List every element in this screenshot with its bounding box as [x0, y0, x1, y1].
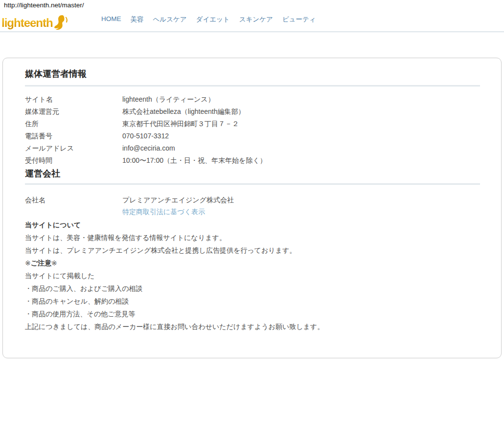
notice-closing: 上記につきましては、商品のメーカー様に直接お問い合わせいただけますようお願い致し… [25, 320, 324, 333]
row-label: 会社名 [25, 194, 122, 206]
operator-info-table: サイト名lighteenth（ライティーンス） 媒体運営元株式会社atebell… [25, 93, 267, 167]
table-row: 電話番号070-5107-3312 [25, 130, 267, 142]
table-row: メールアドレスinfo@ceciria.com [25, 142, 267, 154]
row-label: 受付時間 [25, 154, 122, 167]
section-rule [25, 183, 480, 185]
row-value: 東京都千代田区神田錦町３丁目７－２ [122, 120, 239, 128]
row-label: 住所 [25, 118, 122, 130]
table-row: 受付時間10:00〜17:00（土・日・祝、年末年始を除く） [25, 154, 267, 167]
notice-bullet: ・商品の使用方法、その他ご意見等 [25, 307, 324, 320]
site-logo[interactable]: lighteenth [1, 14, 68, 32]
row-label: 媒体運営元 [25, 106, 122, 118]
site-logo-text: lighteenth [1, 16, 53, 30]
row-value: lighteenth（ライティーンス） [122, 95, 215, 103]
about-line: 当サイトは、プレミアアンチエイジング株式会社と提携し広告提供を行っております。 [25, 244, 324, 257]
table-row: サイト名lighteenth（ライティーンス） [25, 93, 267, 106]
nav-item-beauty[interactable]: 美容 [131, 15, 144, 24]
row-value: 070-5107-3312 [122, 132, 169, 140]
notice-mark: ※ [51, 259, 57, 267]
company-section-title: 運営会社 [25, 168, 60, 179]
table-row: 特定商取引法に基づく表示 [25, 206, 234, 218]
row-label: 電話番号 [25, 130, 122, 142]
table-row: 媒体運営元株式会社atebelleza（lighteenth編集部） [25, 106, 267, 118]
section-rule [25, 85, 480, 87]
table-row: 住所東京都千代田区神田錦町３丁目７－２ [25, 118, 267, 130]
about-heading: 当サイトについて [25, 218, 324, 231]
page-title: 媒体運営者情報 [25, 68, 87, 80]
notice-intro: 当サイトにて掲載した [25, 269, 324, 282]
commerce-law-link[interactable]: 特定商取引法に基づく表示 [122, 208, 205, 216]
row-value: 10:00〜17:00（土・日・祝、年末年始を除く） [122, 156, 267, 164]
notice-bullet: ・商品のキャンセル、解約の相談 [25, 295, 324, 307]
notice-mark: ※ [25, 259, 31, 267]
row-value: プレミアアンチエイジング株式会社 [122, 196, 234, 204]
nav-item-home[interactable]: HOME [101, 15, 121, 24]
notice-bullet: ・商品のご購入、およびご購入の相談 [25, 282, 324, 295]
nav-item-beaute[interactable]: ビューティ [282, 15, 316, 24]
row-value: info@ceciria.com [122, 144, 175, 152]
row-label: サイト名 [25, 93, 122, 106]
about-line: 当サイトは、美容・健康情報を発信する情報サイトになります。 [25, 231, 324, 244]
woman-silhouette-icon [53, 15, 68, 32]
nav-item-diet[interactable]: ダイエット [196, 15, 230, 24]
main-nav: HOME 美容 ヘルスケア ダイエット スキンケア ビューティ [101, 15, 316, 24]
row-label: メールアドレス [25, 142, 122, 154]
notice-heading: ※ご注意※ [25, 257, 324, 269]
content-panel: 媒体運営者情報 サイト名lighteenth（ライティーンス） 媒体運営元株式会… [2, 58, 502, 358]
about-site-section: 当サイトについて 当サイトは、美容・健康情報を発信する情報サイトになります。 当… [25, 218, 324, 333]
row-value: 株式会社atebelleza（lighteenth編集部） [122, 108, 245, 115]
page-url-text: http://lighteenth.net/master/ [4, 1, 84, 9]
nav-item-skincare[interactable]: スキンケア [239, 15, 273, 24]
table-row: 会社名プレミアアンチエイジング株式会社 [25, 194, 234, 206]
notice-bold-text: ご注意 [31, 259, 51, 267]
header-divider [0, 31, 504, 32]
company-info-table: 会社名プレミアアンチエイジング株式会社 特定商取引法に基づく表示 [25, 194, 234, 218]
nav-item-healthcare[interactable]: ヘルスケア [153, 15, 187, 24]
